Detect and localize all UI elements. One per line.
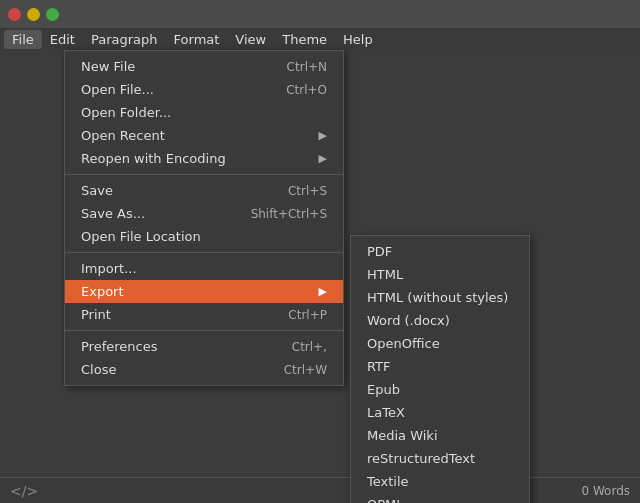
menu-item-save[interactable]: Save Ctrl+S (65, 179, 343, 202)
menu-theme[interactable]: Theme (274, 30, 335, 49)
menu-help[interactable]: Help (335, 30, 381, 49)
close-button[interactable] (8, 8, 21, 21)
export-textile[interactable]: Textile (351, 470, 529, 493)
menu-item-open-file-location[interactable]: Open File Location (65, 225, 343, 248)
export-word[interactable]: Word (.docx) (351, 309, 529, 332)
window-controls (8, 8, 59, 21)
export-epub[interactable]: Epub (351, 378, 529, 401)
code-icon: </> (10, 483, 38, 499)
menubar: File Edit Paragraph Format View Theme He… (0, 28, 640, 50)
export-rtf[interactable]: RTF (351, 355, 529, 378)
export-html[interactable]: HTML (351, 263, 529, 286)
menu-format[interactable]: Format (166, 30, 228, 49)
menu-file[interactable]: File (4, 30, 42, 49)
menu-item-reopen-encoding[interactable]: Reopen with Encoding ▶ (65, 147, 343, 170)
menu-item-import[interactable]: Import... (65, 257, 343, 280)
separator-3 (65, 330, 343, 331)
export-pdf[interactable]: PDF (351, 240, 529, 263)
titlebar (0, 0, 640, 28)
menu-item-new-file[interactable]: New File Ctrl+N (65, 55, 343, 78)
word-count: 0 Words (581, 484, 630, 498)
menu-item-close[interactable]: Close Ctrl+W (65, 358, 343, 381)
export-mediawiki[interactable]: Media Wiki (351, 424, 529, 447)
menu-item-print[interactable]: Print Ctrl+P (65, 303, 343, 326)
separator-2 (65, 252, 343, 253)
export-opml[interactable]: OPML (351, 493, 529, 503)
menu-item-preferences[interactable]: Preferences Ctrl+, (65, 335, 343, 358)
export-openoffice[interactable]: OpenOffice (351, 332, 529, 355)
export-latex[interactable]: LaTeX (351, 401, 529, 424)
menu-item-open-file[interactable]: Open File... Ctrl+O (65, 78, 343, 101)
menu-item-export[interactable]: Export ▶ (65, 280, 343, 303)
menu-item-open-folder[interactable]: Open Folder... (65, 101, 343, 124)
statusbar: </> 0 Words (0, 477, 640, 503)
export-html-no-styles[interactable]: HTML (without styles) (351, 286, 529, 309)
export-submenu: PDF HTML HTML (without styles) Word (.do… (350, 235, 530, 503)
separator-1 (65, 174, 343, 175)
maximize-button[interactable] (46, 8, 59, 21)
menu-paragraph[interactable]: Paragraph (83, 30, 166, 49)
menu-item-open-recent[interactable]: Open Recent ▶ (65, 124, 343, 147)
main-area: New File Ctrl+N Open File... Ctrl+O Open… (0, 50, 640, 477)
menu-item-save-as[interactable]: Save As... Shift+Ctrl+S (65, 202, 343, 225)
export-restructuredtext[interactable]: reStructuredText (351, 447, 529, 470)
menu-view[interactable]: View (227, 30, 274, 49)
statusbar-left: </> (10, 483, 38, 499)
file-dropdown: New File Ctrl+N Open File... Ctrl+O Open… (64, 50, 344, 386)
menu-edit[interactable]: Edit (42, 30, 83, 49)
minimize-button[interactable] (27, 8, 40, 21)
